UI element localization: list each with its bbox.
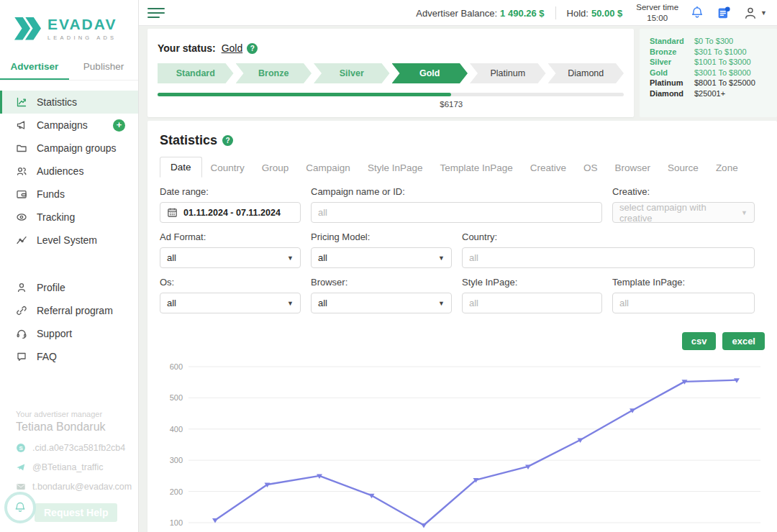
divider xyxy=(555,6,556,19)
filter-creative: Creative:select campaign with creative▼ xyxy=(612,186,755,223)
page-title: Statistics xyxy=(160,133,217,148)
template-inpage-field[interactable] xyxy=(619,298,748,308)
sidebar-item-label: Tracking xyxy=(37,211,75,223)
data-point-marker[interactable] xyxy=(421,523,427,528)
pricing-model-select[interactable]: all▼ xyxy=(311,247,452,268)
sidebar-item-audiences[interactable]: Audiences xyxy=(0,160,138,183)
os-select[interactable]: all▼ xyxy=(160,293,301,313)
creative-select: select campaign with creative▼ xyxy=(612,202,755,223)
sidebar-item-label: Profile xyxy=(37,282,65,293)
legend-tier-range: $8001 To $25000 xyxy=(694,78,755,88)
country-input[interactable] xyxy=(462,247,755,268)
user-menu[interactable]: ▼ xyxy=(742,5,767,21)
manager-caption: Your advertiser manager xyxy=(16,410,138,418)
bell-icon[interactable] xyxy=(689,5,705,21)
sidebar-item-faq[interactable]: FAQ xyxy=(0,345,138,368)
sidebar-item-campaigns[interactable]: Campaigns+ xyxy=(0,114,138,137)
filter-country: Country: xyxy=(462,231,755,268)
legend-row-platinum: Platinum$8001 To $25000 xyxy=(650,78,767,88)
status-value-link[interactable]: Gold xyxy=(222,42,243,54)
legend-row-standard: Standard$0 To $300 xyxy=(650,36,767,47)
legend-tier-range: $3001 To $8000 xyxy=(694,68,751,78)
tab-country[interactable]: Country xyxy=(202,158,253,178)
select-value: all xyxy=(167,252,176,263)
legend-tier-range: $301 To $1000 xyxy=(694,47,747,58)
logo-subtitle: LEADING ADS xyxy=(47,35,117,41)
filter-pricing-model: Pricing Model:all▼ xyxy=(311,231,452,268)
tab-zone[interactable]: Zone xyxy=(707,158,747,178)
question-icon[interactable]: ? xyxy=(222,135,233,146)
tab-os[interactable]: OS xyxy=(575,158,606,178)
manager-contact: @BTetiana_traffic xyxy=(16,462,138,472)
country-field[interactable] xyxy=(469,252,748,263)
hamburger-icon[interactable] xyxy=(147,5,165,21)
skype-icon: S xyxy=(16,443,26,453)
tier-standard: Standard xyxy=(158,63,234,83)
style-inpage-input[interactable] xyxy=(462,293,602,313)
browser-select[interactable]: all▼ xyxy=(311,293,452,313)
date-range-input[interactable]: 01.11.2024 - 07.11.2024 xyxy=(160,202,301,223)
sidebar-item-statistics[interactable]: Statistics xyxy=(0,91,138,114)
legend-tier-name: Bronze xyxy=(650,47,694,58)
filter-os: Os:all▼ xyxy=(160,277,301,313)
role-tab-advertiser[interactable]: Advertiser xyxy=(0,55,69,80)
y-tick-label: 500 xyxy=(170,393,183,402)
filter-ad-format: Ad Format:all▼ xyxy=(160,231,301,268)
tab-campaign[interactable]: Campaign xyxy=(297,158,359,178)
add-campaign-button[interactable]: + xyxy=(113,119,125,132)
sidebar-item-funds[interactable]: Funds xyxy=(0,183,138,206)
filter-label: Style InPage: xyxy=(462,277,602,288)
mail-icon xyxy=(16,482,26,492)
statistics-tabs: DateCountryGroupCampaignStyle InPageTemp… xyxy=(160,157,765,178)
sidebar-item-label: FAQ xyxy=(37,351,57,362)
campaign-name-input[interactable] xyxy=(311,202,602,223)
tab-date[interactable]: Date xyxy=(160,157,202,178)
campaign-name-field[interactable] xyxy=(318,207,595,218)
sidebar-item-support[interactable]: Support xyxy=(0,322,138,345)
sidebar-item-label: Campaign groups xyxy=(37,142,117,154)
sidebar-item-profile[interactable]: Profile xyxy=(0,276,138,299)
chevron-down-icon: ▼ xyxy=(287,300,294,307)
progress-bar xyxy=(158,93,624,96)
evadav-logo[interactable]: EVADAV LEADING ADS xyxy=(0,0,138,48)
sidebar-item-label: Support xyxy=(37,328,72,339)
legend-tier-name: Platinum xyxy=(650,78,694,88)
tier-platinum: Platinum xyxy=(470,63,546,83)
sidebar-item-tracking[interactable]: Tracking xyxy=(0,206,138,229)
question-icon[interactable]: ? xyxy=(247,43,258,54)
tab-browser[interactable]: Browser xyxy=(606,158,660,178)
manager-contact: t.bondaruk@evadav.com xyxy=(16,482,138,492)
template-inpage-input[interactable] xyxy=(612,293,755,313)
export-excel-button[interactable]: excel xyxy=(722,332,765,350)
manager-contact-text: .cid.a0e73ca581fb2cb4 xyxy=(32,443,125,453)
tab-group[interactable]: Group xyxy=(253,158,298,178)
chevron-down-icon: ▼ xyxy=(438,300,445,307)
tab-template-inpage[interactable]: Template InPage xyxy=(431,158,521,178)
y-tick-label: 300 xyxy=(170,456,183,464)
sidebar-item-label: Statistics xyxy=(37,96,77,108)
legend-row-silver: Silver$1001 To $3000 xyxy=(650,57,767,68)
legend-row-gold: Gold$3001 To $8000 xyxy=(650,68,767,78)
y-tick-label: 100 xyxy=(170,518,183,527)
manager-contact: S.cid.a0e73ca581fb2cb4 xyxy=(16,443,138,453)
headset-icon xyxy=(16,328,27,339)
wallet-icon xyxy=(16,188,27,200)
link-icon xyxy=(16,305,27,316)
person-icon xyxy=(16,282,27,293)
request-help-button[interactable]: Request Help xyxy=(35,503,117,522)
sidebar-item-level-system[interactable]: Level System xyxy=(0,229,138,252)
chat-widget-button[interactable] xyxy=(4,492,36,523)
role-tab-publisher[interactable]: Publisher xyxy=(69,55,138,80)
tier-gold: Gold xyxy=(392,63,468,83)
sidebar-item-referral-program[interactable]: Referral program xyxy=(0,299,138,322)
ad-format-select[interactable]: all▼ xyxy=(160,247,301,268)
legend-row-diamond: Diamond$25001+ xyxy=(650,88,767,99)
style-inpage-field[interactable] xyxy=(469,298,595,308)
tab-source[interactable]: Source xyxy=(659,158,707,178)
hold-value: 50.00 $ xyxy=(591,8,622,19)
tab-style-inpage[interactable]: Style InPage xyxy=(359,158,432,178)
sidebar-item-campaign-groups[interactable]: Campaign groups xyxy=(0,137,138,160)
export-csv-button[interactable]: csv xyxy=(682,332,717,350)
news-icon[interactable] xyxy=(716,5,732,21)
tab-creative[interactable]: Creative xyxy=(522,158,575,178)
